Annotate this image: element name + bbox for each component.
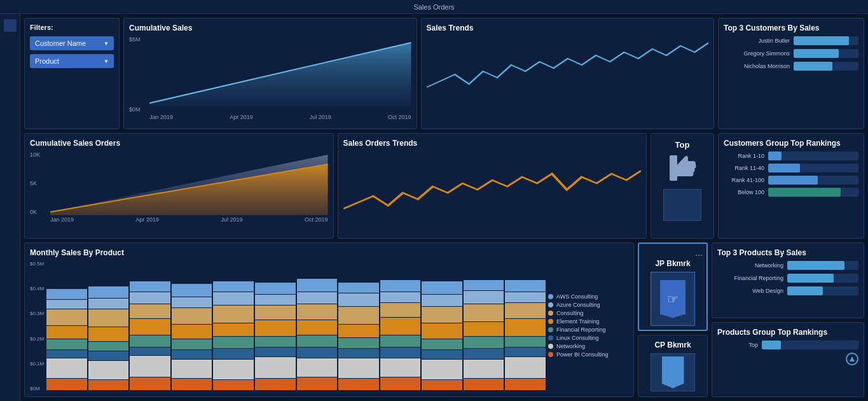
cumulative-sales-panel: Cumulative Sales $5M $0M (123, 18, 417, 129)
cumulative-sales-title: Cumulative Sales (129, 24, 411, 32)
jp-bookmark-icon-area[interactable]: ☞ (651, 272, 695, 326)
cp-bookmark-icon-area[interactable] (651, 353, 695, 391)
bar-group-oct (422, 261, 462, 390)
svg-marker-4 (850, 356, 855, 362)
rank-bar-3 (768, 188, 858, 197)
co-x1: Jan 2019 (50, 216, 74, 223)
bar-group-apr (172, 261, 212, 390)
legend-dot-aws (548, 294, 553, 299)
cs-x1: Jan 2019 (149, 114, 173, 120)
jp-bookmark-panel: ... JP Bkmrk ☞ (638, 243, 708, 331)
cs-x4: Oct 2019 (388, 114, 411, 120)
product-name-0: Networking (717, 262, 787, 269)
thumbs-up-icon (666, 152, 698, 184)
bar-group-sep (380, 261, 421, 390)
cumulative-orders-title: Cumulative Sales Orders (30, 139, 328, 148)
dropdown1-arrow: ▼ (104, 41, 109, 46)
rank-row-2: Rank 41-100 (724, 176, 858, 185)
legend-dot-powerbi (548, 352, 553, 357)
co-x3: Jul 2019 (221, 216, 242, 223)
co-x4: Oct 2019 (305, 216, 328, 223)
customer-bar-fill-1 (794, 49, 839, 58)
product-bar-2 (787, 286, 858, 295)
legend-dot-consulting (548, 311, 553, 316)
monthly-y-axis: $0.5M $0.4M $0.3M $0.2M $0.1M $0M (30, 261, 46, 391)
customer-bar-fill-2 (794, 62, 832, 71)
cumulative-sales-y-min: $0M (129, 106, 148, 113)
top-bar: Sales Orders (0, 0, 868, 14)
customer-row-2: Nicholas Morrison (724, 62, 858, 71)
customer-name-1: Gregory Simmons (724, 50, 794, 57)
rank-bar-1 (768, 164, 858, 172)
cp-bookmark-shape (662, 356, 684, 388)
sales-trends-title: Sales Trends (427, 24, 709, 32)
bar-group-aug (338, 261, 379, 390)
legend-dot-azure (548, 302, 553, 307)
cs-x2: Apr 2019 (230, 114, 253, 120)
product-bar-1 (787, 274, 858, 283)
customer-row-1: Gregory Simmons (724, 49, 858, 58)
filters-panel: Filters: Customer Name ▼ Product ▼ (24, 18, 120, 129)
bookmark-header: ... (643, 248, 703, 258)
rank-bar-2 (768, 176, 858, 185)
rank-row-1: Rank 11-40 (724, 164, 858, 172)
legend-financial: Financial Reporting (548, 327, 626, 333)
cp-bookmark-panel: CP Bkmrk (638, 335, 708, 397)
customers-ranking-title: Customers Group Top Rankings (724, 139, 858, 148)
bar-group-jul (297, 261, 338, 390)
right-panels: Top 3 Products By Sales Networking Finan… (712, 243, 864, 397)
products-ranking-panel: Products Group Top Rankings Top (712, 322, 864, 398)
co-y2: 5K (30, 180, 49, 186)
customer-bar-fill-0 (794, 36, 849, 45)
legend-element: Element Training (548, 318, 626, 325)
customer-row-0: Justin Butler (724, 36, 858, 45)
top-icon-panel: Top (651, 133, 714, 239)
rank-row-0: Rank 1-10 (724, 151, 858, 160)
sidebar-icon-grid[interactable] (4, 19, 17, 32)
monthly-legend: AWS Consulting Azure Consulting Consulti… (546, 261, 628, 391)
legend-consulting: Consulting (548, 310, 626, 316)
bar-group-jun (255, 261, 296, 390)
rank-row-3: Below 100 (724, 188, 858, 197)
cursor-pointer-icon: ☞ (667, 292, 679, 307)
customer-bar-container-0 (794, 36, 858, 45)
products-ranking-title: Products Group Top Rankings (717, 328, 858, 337)
top3-products-title: Top 3 Products By Sales (717, 248, 858, 257)
monthly-sales-panel: Monthly Sales By Product $0.5M $0.4M $0.… (24, 243, 634, 397)
customer-bar-container-1 (794, 49, 858, 58)
rank-label-3: Below 100 (724, 189, 768, 195)
rank-label-0: Rank 1-10 (724, 153, 768, 159)
products-ranking-icon[interactable] (846, 353, 858, 365)
product-name-1: Financial Reporting (717, 275, 787, 281)
cumulative-sales-chart (149, 36, 411, 106)
svg-rect-3 (670, 155, 677, 181)
filters-label: Filters: (30, 24, 114, 31)
top3-customers-title: Top 3 Customers By Sales (724, 24, 858, 32)
sales-trends-chart (427, 36, 709, 113)
product-row-0: Networking (717, 261, 858, 270)
legend-powerbi: Power BI Consulting (548, 351, 626, 358)
legend-linux: Linux Consulting (548, 335, 626, 341)
legend-dot-linux (548, 335, 553, 341)
product-row-2: Web Design (717, 286, 858, 295)
bar-group-mar (130, 261, 170, 390)
cp-bookmark-title: CP Bkmrk (654, 341, 691, 349)
bar-group-nov (464, 261, 504, 390)
product-dropdown[interactable]: Product ▼ (30, 54, 114, 68)
top-bar-title: Sales Orders (6, 3, 862, 11)
bookmark-dots[interactable]: ... (695, 248, 703, 258)
customer-bar-container-2 (794, 62, 858, 71)
legend-azure: Azure Consulting (548, 302, 626, 308)
cumulative-sales-y-max: $5M (129, 36, 148, 43)
monthly-sales-title: Monthly Sales By Product (30, 248, 628, 257)
rank-rectangle (663, 189, 701, 221)
bar-group-feb (88, 261, 129, 390)
customer-name-2: Nicholas Morrison (724, 63, 794, 69)
rank-label-2: Rank 41-100 (724, 177, 768, 183)
bar-group-dec (505, 261, 546, 390)
co-x2: Apr 2019 (136, 216, 160, 223)
product-name-2: Web Design (717, 288, 787, 294)
bookmark-shape: ☞ (660, 280, 685, 318)
legend-networking: Networking (548, 343, 626, 349)
customer-name-dropdown[interactable]: Customer Name ▼ (30, 36, 114, 50)
